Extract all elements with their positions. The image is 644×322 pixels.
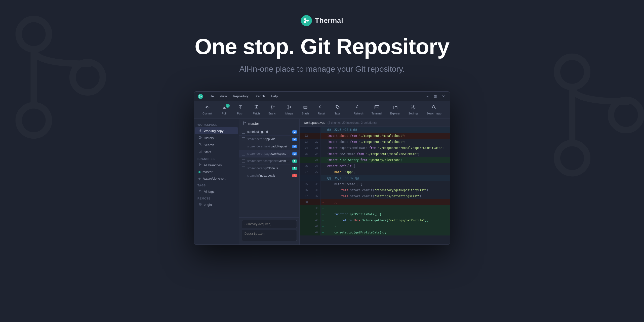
file-status-badge: R <box>292 174 297 177</box>
svg-point-33 <box>413 107 414 108</box>
menu-view[interactable]: View <box>217 93 229 99</box>
menu-help[interactable]: Help <box>268 93 280 99</box>
terminal-icon <box>374 105 379 111</box>
sidebar-item-working-copy[interactable]: Working copy <box>195 127 238 134</box>
commit-icon <box>205 105 210 111</box>
settings-label: Settings <box>408 112 418 115</box>
toolbar-right: Refresh Terminal <box>350 103 445 117</box>
branch-button[interactable]: Branch <box>265 103 281 117</box>
stash-button[interactable]: Stash <box>298 103 313 117</box>
svg-point-16 <box>207 106 208 108</box>
current-branch-name: master <box>248 122 259 126</box>
tags-label: Tags <box>194 182 239 188</box>
diff-line: 41 + } <box>300 223 450 229</box>
all-tags-icon <box>198 189 202 193</box>
file-status-badge: M <box>292 145 297 148</box>
master-branch-indicator <box>198 171 200 173</box>
file-item[interactable]: src/main/index.dev.js R <box>239 172 299 179</box>
file-item[interactable]: contributing.md M <box>239 128 299 136</box>
hero-section: Thermal One stop. Git Repository All-in-… <box>0 0 644 245</box>
menu-branch[interactable]: Branch <box>252 93 267 99</box>
refresh-icon <box>356 105 361 111</box>
diff-hunk-header: @@ -35,7 +35,32 @@ <box>300 175 450 181</box>
diff-line: 38 - }, <box>300 199 450 205</box>
reset-button[interactable]: Reset <box>314 103 329 117</box>
file-name: src/renderer/mixin/addRepository.js <box>247 145 290 148</box>
menu-file[interactable]: File <box>206 93 216 99</box>
pull-label: Pull <box>222 112 226 115</box>
push-button[interactable]: Push <box>233 103 248 117</box>
stats-icon <box>198 150 202 154</box>
refresh-label: Refresh <box>354 112 364 115</box>
push-icon <box>238 105 243 111</box>
minimize-button[interactable]: − <box>425 94 430 98</box>
commit-area <box>239 217 299 245</box>
diff-line: 24 23 import exportCommitData from "./co… <box>300 145 450 151</box>
pull-button[interactable]: 2 Pull <box>217 103 232 117</box>
main-content: Workspace Working copy <box>194 119 450 245</box>
commit-summary-input[interactable] <box>242 220 297 228</box>
sidebar-item-search[interactable]: Search <box>195 141 238 148</box>
search-repo-button[interactable]: Search repo <box>423 103 445 117</box>
all-branches-label: All branches <box>204 163 222 167</box>
svg-point-54 <box>243 124 244 125</box>
refresh-button[interactable]: Refresh <box>350 103 367 117</box>
file-checkbox[interactable] <box>242 152 245 155</box>
branches-label: Branches <box>194 155 239 162</box>
diff-content[interactable]: @@ -22,6 +22,6 @@ 22 - import about from… <box>300 127 450 245</box>
file-list: contributing.md M src/renderer/App.vue M <box>239 128 299 217</box>
svg-rect-27 <box>304 106 307 107</box>
sidebar-item-origin[interactable]: origin <box>195 201 238 208</box>
diff-line: 36 36 this.$store.commit("repository/get… <box>300 187 450 193</box>
svg-point-45 <box>199 164 199 164</box>
merge-button[interactable]: Merge <box>282 103 297 117</box>
reset-label: Reset <box>318 112 325 115</box>
file-item[interactable]: src/renderer/component/commit.vue A <box>239 157 299 165</box>
tags-button[interactable]: Tags <box>330 103 345 117</box>
settings-icon <box>411 105 416 111</box>
file-item[interactable]: src/renderer/App.vue M <box>239 136 299 143</box>
sidebar-item-stats[interactable]: Stats <box>195 148 238 155</box>
diff-header: workspace.vue (2 chunks, 20 insertions, … <box>300 119 450 127</box>
svg-point-8 <box>304 19 306 20</box>
svg-point-30 <box>336 106 337 107</box>
svg-point-12 <box>199 95 200 96</box>
maximize-button[interactable]: ⊡ <box>433 94 438 98</box>
sidebar-item-all-tags[interactable]: All tags <box>195 188 238 195</box>
file-checkbox[interactable] <box>242 145 245 148</box>
reset-icon <box>319 105 324 111</box>
settings-button[interactable]: Settings <box>405 103 422 117</box>
file-item[interactable]: src/renderer/mixin/addRepository.js M <box>239 143 299 150</box>
commit-button[interactable]: Commit <box>199 103 216 117</box>
sidebar-item-master[interactable]: master <box>195 169 238 175</box>
svg-point-20 <box>271 108 272 109</box>
file-item[interactable]: src/renderer/page/workspace.vue M <box>239 150 299 157</box>
merge-icon <box>287 105 292 111</box>
file-checkbox[interactable] <box>242 159 245 163</box>
svg-point-34 <box>432 105 435 108</box>
diff-line: 38 + <box>300 205 450 211</box>
file-status-badge: A <box>292 167 297 170</box>
sidebar-item-feature[interactable]: feature/clone-re... <box>195 175 238 182</box>
file-item[interactable]: src/renderer/gi/clone.js A <box>239 165 299 172</box>
explorer-button[interactable]: Explorer <box>386 103 404 117</box>
master-label: master <box>203 170 213 174</box>
toolbar: Commit 2 Pull <box>194 101 450 119</box>
sidebar-item-history[interactable]: History <box>195 134 238 141</box>
diff-line: 23 22 import about from "./components/mo… <box>300 139 450 145</box>
close-button[interactable]: ✕ <box>441 94 446 98</box>
fetch-label: Fetch <box>253 112 260 115</box>
commit-description-input[interactable] <box>242 230 297 241</box>
file-checkbox[interactable] <box>242 130 245 134</box>
explorer-label: Explorer <box>390 112 400 115</box>
fetch-button[interactable]: Fetch <box>249 103 264 117</box>
file-checkbox[interactable] <box>242 167 245 170</box>
push-label: Push <box>237 112 243 115</box>
sidebar-item-all-branches[interactable]: All branches <box>195 162 238 169</box>
file-checkbox[interactable] <box>242 174 245 177</box>
file-status-badge: M <box>292 130 297 134</box>
terminal-button[interactable]: Terminal <box>368 103 386 117</box>
diff-line: 42 + console.log(getProfileData()); <box>300 229 450 235</box>
file-checkbox[interactable] <box>242 137 245 141</box>
menu-repository[interactable]: Repository <box>230 93 251 99</box>
